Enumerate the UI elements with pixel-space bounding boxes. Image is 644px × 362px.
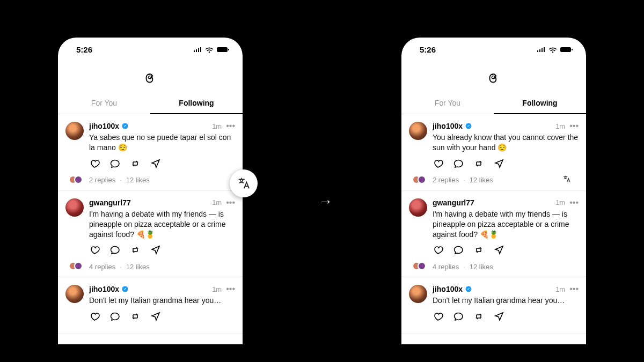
username[interactable]: jiho100x (89, 122, 119, 130)
feed: jiho100x 1m ••• You already know that yo… (401, 114, 586, 334)
post-meta: 4 replies · 12 likes (410, 262, 579, 271)
username[interactable]: jiho100x (433, 285, 463, 293)
post-actions (89, 245, 235, 257)
likes-count[interactable]: 12 likes (126, 263, 150, 271)
battery-icon (560, 46, 573, 53)
comment-button[interactable] (109, 245, 120, 257)
repost-button[interactable] (130, 158, 141, 171)
feed-tabs: For You Following (58, 93, 243, 114)
post-actions (433, 245, 579, 257)
battery-icon (217, 46, 230, 53)
like-button[interactable] (89, 158, 100, 171)
like-button[interactable] (433, 158, 443, 171)
verified-badge-icon (121, 285, 129, 293)
share-button[interactable] (150, 158, 161, 171)
share-button[interactable] (494, 245, 504, 257)
avatar[interactable] (409, 122, 427, 140)
comment-button[interactable] (453, 245, 464, 257)
post[interactable]: gwangurl77 1m ••• I'm having a debate wi… (58, 191, 243, 278)
post-text: Ya sabes que no se puede tapar el sol co… (89, 132, 235, 153)
comment-button[interactable] (453, 311, 464, 324)
comment-button[interactable] (453, 158, 464, 171)
post-text: Don't let my Italian grandma hear you… (433, 295, 579, 306)
share-button[interactable] (150, 311, 161, 324)
timestamp: 1m (555, 285, 565, 293)
username[interactable]: jiho100x (89, 285, 119, 293)
status-bar: 5:26 (401, 38, 586, 61)
verified-badge-icon (121, 122, 129, 130)
phone-after: 5:26 For You Following jiho100x (397, 33, 590, 344)
reply-avatars (67, 175, 85, 185)
post-actions (89, 311, 235, 324)
username[interactable]: jiho100x (433, 122, 463, 130)
reply-avatars (67, 262, 85, 271)
username[interactable]: gwangurl77 (433, 198, 474, 207)
likes-count[interactable]: 12 likes (470, 176, 493, 184)
threads-logo-icon (486, 69, 501, 84)
clock: 5:26 (420, 45, 436, 54)
likes-count[interactable]: 12 likes (470, 263, 493, 271)
share-button[interactable] (150, 245, 161, 257)
avatar[interactable] (65, 198, 84, 217)
post[interactable]: jiho100x 1m ••• You already know that yo… (401, 114, 586, 191)
comment-button[interactable] (109, 311, 120, 324)
like-button[interactable] (89, 245, 100, 257)
threads-logo-icon (143, 69, 158, 84)
reply-avatars (410, 262, 428, 271)
repost-button[interactable] (473, 158, 484, 171)
share-button[interactable] (494, 158, 504, 171)
replies-count[interactable]: 2 replies (433, 176, 459, 184)
tab-for-you[interactable]: For You (401, 93, 494, 114)
post-text: You already know that you cannot cover t… (433, 132, 579, 153)
repost-button[interactable] (130, 245, 141, 257)
replies-count[interactable]: 2 replies (89, 176, 115, 184)
status-bar: 5:26 (58, 38, 243, 61)
like-button[interactable] (433, 311, 443, 324)
comment-button[interactable] (109, 158, 120, 171)
verified-badge-icon (465, 285, 472, 293)
verified-badge-icon (465, 122, 472, 130)
tab-following[interactable]: Following (150, 93, 243, 114)
wifi-icon (205, 46, 214, 53)
username[interactable]: gwangurl77 (89, 198, 131, 207)
avatar[interactable] (409, 198, 427, 217)
post-meta: 2 replies · 12 likes (410, 175, 579, 185)
avatar[interactable] (65, 122, 84, 140)
translate-button[interactable] (230, 169, 258, 197)
timestamp: 1m (212, 285, 222, 293)
post[interactable]: gwangurl77 1m ••• I'm having a debate wi… (401, 191, 586, 278)
tab-for-you[interactable]: For You (58, 93, 150, 114)
like-button[interactable] (433, 245, 443, 257)
post[interactable]: jiho100x 1m ••• Ya sabes que no se puede… (58, 114, 243, 191)
like-button[interactable] (89, 311, 100, 324)
post-text: I'm having a debate with my friends — is… (89, 209, 235, 240)
likes-count[interactable]: 12 likes (126, 176, 150, 184)
post-actions (433, 311, 579, 324)
timestamp: 1m (555, 198, 565, 206)
timestamp: 1m (212, 198, 222, 206)
post-text: I'm having a debate with my friends — is… (433, 209, 579, 240)
post-actions (433, 158, 579, 171)
post-text: Don't let my Italian grandma hear you… (89, 295, 235, 306)
post[interactable]: jiho100x 1m ••• Don't let my Italian gra… (58, 277, 243, 334)
post[interactable]: jiho100x 1m ••• Don't let my Italian gra… (401, 277, 586, 334)
post-meta: 2 replies · 12 likes (67, 175, 235, 185)
phone-before: 5:26 For You Following jiho100x (54, 33, 247, 344)
post-actions (89, 158, 235, 171)
feed-tabs: For You Following (401, 93, 586, 114)
replies-count[interactable]: 4 replies (433, 263, 459, 271)
tab-following[interactable]: Following (494, 93, 586, 114)
reply-avatars (410, 175, 428, 185)
avatar[interactable] (65, 285, 84, 303)
cellular-icon (193, 46, 202, 53)
translate-icon[interactable] (562, 175, 571, 185)
repost-button[interactable] (473, 311, 484, 324)
clock: 5:26 (76, 45, 92, 54)
repost-button[interactable] (130, 311, 141, 324)
share-button[interactable] (494, 311, 504, 324)
wifi-icon (548, 46, 557, 53)
timestamp: 1m (555, 122, 565, 130)
replies-count[interactable]: 4 replies (89, 263, 115, 271)
repost-button[interactable] (473, 245, 484, 257)
avatar[interactable] (409, 285, 427, 303)
